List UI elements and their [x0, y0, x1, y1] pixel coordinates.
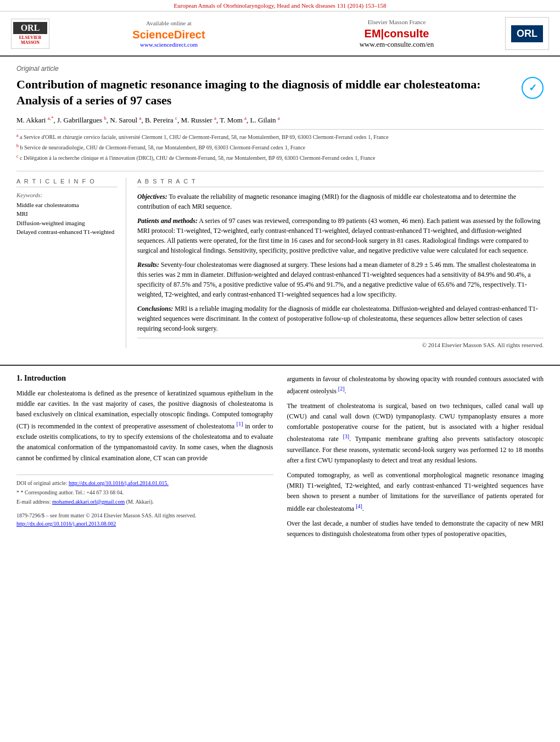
orl-badge: ORL [511, 25, 543, 42]
authors-line: M. Akkari a,*, J. Gabrillargues b, N. Sa… [16, 115, 544, 124]
affiliations: a a Service d'ORL et chirurgie cervico f… [16, 129, 544, 163]
footer-doi-link[interactable]: http://dx.doi.org/10.1016/j.anorl.2013.0… [16, 521, 116, 527]
elsevier-masson-logo: ORL ELSEVIER MASSON [11, 19, 49, 49]
em-consulte-section: Elsevier Masson France EM|consulte www.e… [288, 19, 505, 49]
affiliation-b: b b Service de neuroradiologie, CHU de C… [16, 143, 544, 152]
body-para-4: Computed tomography, as well as conventi… [287, 470, 544, 514]
email-link[interactable]: mohamed.akkari.orl@gmail.com [52, 499, 125, 505]
section1-label: Introduction [24, 374, 66, 382]
footnotes-section: DOI of original article: http://dx.doi.o… [16, 475, 273, 506]
keywords-label: Keywords: [16, 192, 117, 198]
abstract-panel: A B S T R A C T Objectives: To evaluate … [137, 178, 544, 348]
sciencedirect-name: ScienceDirect [132, 29, 205, 41]
body-left-col: 1. Introduction Middle ear cholesteatoma… [16, 374, 273, 544]
article-type: Original article [16, 65, 544, 72]
body-para-1: Middle ear cholesteatoma is defined as t… [16, 388, 273, 464]
objectives-title: Objectives: [137, 193, 167, 200]
ref-4[interactable]: [4] [356, 503, 362, 509]
asterisk-symbol: * [16, 489, 21, 495]
patients-text: A series of 97 cases was reviewed, corre… [137, 217, 540, 254]
sciencedirect-logo: ScienceDirect [60, 29, 277, 41]
em-url[interactable]: www.em-consulte.com/en [288, 40, 505, 49]
em-text: EM|consulte [365, 27, 429, 40]
conclusions-text: MRI is a reliable imaging modality for t… [137, 305, 538, 332]
title-row: Contribution of magnetic resonance imagi… [16, 77, 544, 108]
journal-bar: European Annals of Otorhinolaryngology, … [0, 0, 560, 12]
affil-b-text: b Service de neuroradiologie, CHU de Cle… [20, 144, 306, 150]
body-para-2: arguments in favour of cholesteatoma by … [287, 374, 544, 397]
journal-title: European Annals of Otorhinolaryngology, … [174, 2, 387, 9]
masson-text: MASSON [21, 40, 40, 45]
patients-title: Patients and methods: [137, 217, 198, 225]
crossmark-logo: ✓ [522, 77, 544, 99]
page-footer: 1879-7296/$ – see front matter © 2014 El… [16, 511, 273, 528]
email-suffix: (M. Akkari). [126, 499, 154, 505]
article-title: Contribution of magnetic resonance imagi… [16, 77, 513, 108]
abstract-results: Results: Seventy-four cholesteatomas wer… [137, 260, 544, 299]
body-content: 1. Introduction Middle ear cholesteatoma… [0, 365, 560, 544]
keyword-2: MRI [16, 209, 117, 219]
article-info-panel: A R T I C L E I N F O Keywords: Middle e… [16, 178, 126, 348]
results-title: Results: [137, 261, 159, 269]
footer-issn: 1879-7296/$ – see front matter © 2014 El… [16, 511, 273, 520]
footnote-doi: DOI of original article: http://dx.doi.o… [16, 479, 273, 487]
article-content: Original article Contribution of magneti… [0, 57, 560, 365]
results-text: Seventy-four cholesteatomas were diagnos… [137, 261, 536, 298]
section1-title: 1. Introduction [16, 374, 273, 383]
orl-badge-text: ORL [517, 28, 537, 39]
elsevier-text: ELSEVIER [19, 35, 41, 40]
body-para-5: Over the last decade, a number of studie… [287, 518, 544, 539]
para2-text: arguments in favour of cholesteatoma by … [287, 375, 544, 395]
ref-3[interactable]: [3] [343, 433, 349, 439]
body-right-col: arguments in favour of cholesteatoma by … [287, 374, 544, 544]
para1-text: Middle ear cholesteatoma is defined as t… [16, 389, 273, 462]
footnote-corresponding: * * Corresponding author. Tel.: +44 67 3… [16, 489, 273, 496]
page-header: ORL ELSEVIER MASSON Available online at … [0, 12, 560, 57]
affiliation-c: c c Délégation à la recherche clinique e… [16, 153, 544, 162]
copyright-line: © 2014 Elsevier Masson SAS. All rights r… [137, 338, 544, 348]
body-para-3: The treatment of cholesteatoma is surgic… [287, 401, 544, 466]
para5-text: Over the last decade, a number of studie… [287, 520, 544, 538]
authors-text: M. Akkari a,*, J. Gabrillargues b, N. Sa… [16, 116, 280, 124]
abstract-objectives: Objectives: To evaluate the reliability … [137, 192, 544, 211]
header-left: ORL ELSEVIER MASSON [11, 19, 49, 49]
ref-1[interactable]: [1] [237, 421, 243, 427]
section1-number: 1. [16, 374, 23, 382]
keyword-3: Diffusion-weighted imaging [16, 219, 117, 228]
abstract-patients-methods: Patients and methods: A series of 97 cas… [137, 216, 544, 255]
crossmark-symbol: ✓ [529, 82, 537, 94]
abstract-conclusions: Conclusions: MRI is a reliable imaging m… [137, 304, 544, 333]
sciencedirect-section: Available online at ScienceDirect www.sc… [49, 20, 288, 48]
keyword-4: Delayed contrast-enhanced T1-weighted [16, 227, 117, 237]
doi-label: DOI of original article: [16, 480, 69, 486]
sciencedirect-url[interactable]: www.sciencedirect.com [60, 41, 277, 48]
affiliation-a: a a Service d'ORL et chirurgie cervico f… [16, 132, 544, 141]
corresponding-text: * Corresponding author. Tel.: +44 67 33 … [21, 489, 124, 495]
article-info-heading: A R T I C L E I N F O [16, 178, 117, 187]
body-two-col: 1. Introduction Middle ear cholesteatoma… [16, 366, 544, 544]
em-label: Elsevier Masson France [288, 19, 505, 25]
em-logo: EM|consulte [288, 27, 505, 40]
para3-text: The treatment of cholesteatoma is surgic… [287, 402, 544, 464]
info-abstract-section: A R T I C L E I N F O Keywords: Middle e… [16, 171, 544, 348]
available-label: Available online at [60, 20, 277, 26]
conclusions-title: Conclusions: [137, 305, 173, 313]
abstract-heading: A B S T R A C T [137, 178, 544, 187]
affil-c-text: c Délégation à la recherche clinique et … [20, 155, 375, 161]
ref-2[interactable]: [2] [338, 386, 345, 392]
objectives-text: To evaluate the reliability of magnetic … [137, 193, 516, 210]
orl-badge-container: ORL [505, 17, 549, 50]
email-label: E-mail address: [16, 499, 51, 505]
doi-link[interactable]: http://dx.doi.org/10.1016/j.aforl.2014.0… [69, 480, 169, 486]
orl-text: ORL [21, 23, 40, 32]
keyword-1: Middle ear cholesteatoma [16, 200, 117, 210]
orl-logo-box: ORL [13, 22, 47, 34]
para4-text: Computed tomography, as well as conventi… [287, 471, 544, 512]
affil-a-text: a Service d'ORL et chirurgie cervico fac… [20, 134, 389, 140]
footnote-email: E-mail address: mohamed.akkari.orl@gmail… [16, 498, 273, 506]
